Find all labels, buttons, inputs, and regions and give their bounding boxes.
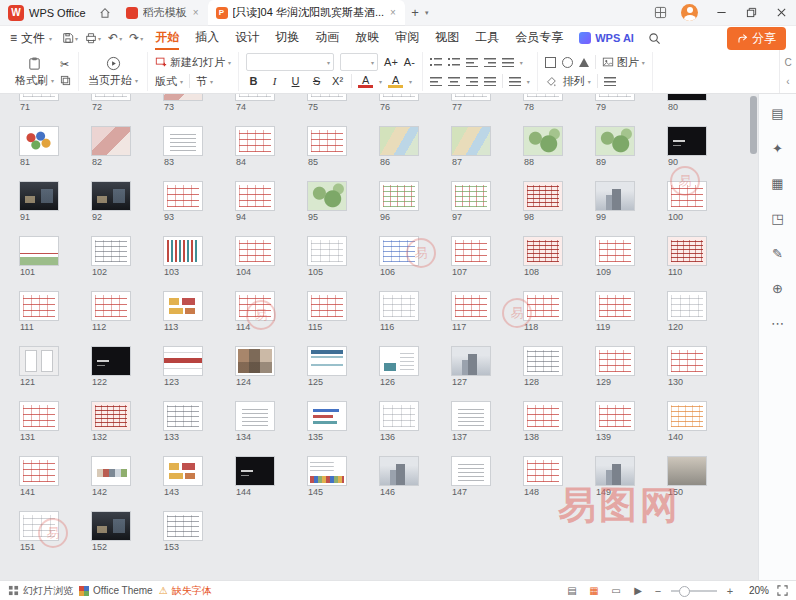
text-direction-button[interactable] xyxy=(509,76,521,86)
slide-thumbnail[interactable] xyxy=(596,94,634,100)
tab-document[interactable]: P [只读]04 华润沈阳凯宾斯基酒... × xyxy=(208,0,405,26)
slide-thumbnail[interactable] xyxy=(524,94,562,100)
slide-thumbnail[interactable] xyxy=(164,94,202,100)
align-center-button[interactable] xyxy=(448,76,460,86)
slide-thumbnail[interactable] xyxy=(92,237,130,265)
slide-thumbnail[interactable] xyxy=(92,182,130,210)
print-button[interactable]: ▾ xyxy=(85,32,101,44)
menu-item-8[interactable]: 工具 xyxy=(475,26,499,50)
alignment-caret-icon[interactable]: ▾ xyxy=(527,78,530,85)
menu-item-1[interactable]: 插入 xyxy=(195,26,219,50)
slide-thumbnail[interactable] xyxy=(596,237,634,265)
format-options-button[interactable] xyxy=(604,76,616,86)
slide-thumbnail[interactable] xyxy=(596,127,634,155)
menu-item-6[interactable]: 审阅 xyxy=(395,26,419,50)
justify-button[interactable] xyxy=(484,76,496,86)
menu-item-2[interactable]: 设计 xyxy=(235,26,259,50)
slide-thumbnail[interactable] xyxy=(668,457,706,485)
slide-thumbnail[interactable] xyxy=(380,182,418,210)
font-size-select[interactable]: ▾ xyxy=(340,53,378,71)
missing-fonts-warning[interactable]: ⚠ 缺失字体 xyxy=(159,584,212,598)
slide-thumbnail[interactable] xyxy=(308,127,346,155)
share-button[interactable]: 分享 xyxy=(727,27,786,50)
new-slide-button[interactable]: 新建幻灯片▾ xyxy=(155,55,231,70)
play-from-current-button[interactable]: 当页开始▾ xyxy=(86,56,140,88)
slide-thumbnail[interactable] xyxy=(20,292,58,320)
slide-thumbnail[interactable] xyxy=(668,182,706,210)
paragraph-caret-icon[interactable]: ▾ xyxy=(520,59,523,66)
slide-thumbnail[interactable] xyxy=(164,237,202,265)
slide-thumbnail[interactable] xyxy=(596,292,634,320)
slide-thumbnail[interactable] xyxy=(596,347,634,375)
superscript-button[interactable]: X² xyxy=(330,75,345,87)
slide-thumbnail[interactable] xyxy=(308,237,346,265)
font-color-button[interactable]: A xyxy=(358,75,373,88)
search-icon[interactable] xyxy=(648,32,661,45)
slide-thumbnail[interactable] xyxy=(380,237,418,265)
slide-thumbnail[interactable] xyxy=(236,402,274,430)
slide-thumbnail[interactable] xyxy=(308,402,346,430)
slide-thumbnail[interactable] xyxy=(596,457,634,485)
slide-thumbnail[interactable] xyxy=(20,457,58,485)
slide-thumbnail[interactable] xyxy=(308,457,346,485)
slide-thumbnail[interactable] xyxy=(668,347,706,375)
minimize-button[interactable] xyxy=(706,0,736,26)
slide-thumbnail[interactable] xyxy=(452,402,490,430)
insert-picture-button[interactable]: 图片▾ xyxy=(602,55,645,70)
font-name-select[interactable]: ▾ xyxy=(246,53,334,71)
gallery-icon[interactable]: ◳ xyxy=(767,207,789,229)
underline-button[interactable]: U xyxy=(288,75,303,87)
user-avatar[interactable] xyxy=(681,4,698,21)
slide-thumbnail[interactable] xyxy=(92,94,130,100)
zoom-out-button[interactable]: − xyxy=(653,585,663,597)
ribbon-collapse-strip[interactable]: C ‹ xyxy=(779,50,796,93)
slide-thumbnail[interactable] xyxy=(92,347,130,375)
wps-ai-button[interactable]: WPS AI xyxy=(579,32,634,44)
slide-thumbnail[interactable] xyxy=(380,457,418,485)
slide-thumbnail[interactable] xyxy=(452,237,490,265)
align-left-button[interactable] xyxy=(430,76,442,86)
slide-thumbnail[interactable] xyxy=(92,402,130,430)
decrease-font-button[interactable]: A- xyxy=(404,56,415,68)
scrollbar-thumb[interactable] xyxy=(750,96,757,154)
fit-to-window-icon[interactable] xyxy=(777,585,788,596)
slide-thumbnail[interactable] xyxy=(236,292,274,320)
menu-item-0[interactable]: 开始 xyxy=(155,26,179,50)
slide-thumbnail[interactable] xyxy=(92,292,130,320)
slide-thumbnail[interactable] xyxy=(164,512,202,540)
slide-thumbnail[interactable] xyxy=(380,94,418,100)
line-spacing-button[interactable] xyxy=(502,57,514,67)
zoom-slider[interactable] xyxy=(671,590,717,592)
slide-thumbnail[interactable] xyxy=(164,182,202,210)
slide-thumbnail[interactable] xyxy=(452,182,490,210)
highlight-color-button[interactable]: A xyxy=(388,75,403,88)
zoom-slider-handle[interactable] xyxy=(679,586,690,597)
layout-icon[interactable]: ▦ xyxy=(767,172,789,194)
slide-thumbnail[interactable] xyxy=(524,347,562,375)
slide-thumbnail[interactable] xyxy=(596,182,634,210)
slide-thumbnail[interactable] xyxy=(236,182,274,210)
shape-rectangle-icon[interactable] xyxy=(545,57,556,68)
edit-icon[interactable]: ✎ xyxy=(767,242,789,264)
vertical-scrollbar[interactable] xyxy=(750,96,757,578)
slide-thumbnail[interactable] xyxy=(236,237,274,265)
fill-color-icon[interactable] xyxy=(545,75,557,87)
reading-view-button[interactable]: ▭ xyxy=(609,585,623,597)
menu-item-5[interactable]: 放映 xyxy=(355,26,379,50)
window-layout-icon[interactable] xyxy=(651,4,669,22)
new-tab-button[interactable]: + xyxy=(405,3,425,23)
highlight-caret-icon[interactable]: ▾ xyxy=(409,78,412,85)
bullet-list-button[interactable] xyxy=(430,57,442,67)
menu-item-7[interactable]: 视图 xyxy=(435,26,459,50)
slide-thumbnail[interactable] xyxy=(20,402,58,430)
slide-thumbnail[interactable] xyxy=(452,292,490,320)
slide-thumbnail[interactable] xyxy=(20,94,58,100)
strikethrough-button[interactable]: S xyxy=(309,75,324,87)
italic-button[interactable]: I xyxy=(267,75,282,87)
numbered-list-button[interactable] xyxy=(448,57,460,67)
slide-thumbnail[interactable] xyxy=(452,94,490,100)
slide-thumbnail[interactable] xyxy=(524,127,562,155)
cut-button[interactable]: ✂ xyxy=(60,58,71,71)
slide-thumbnail[interactable] xyxy=(92,512,130,540)
slide-thumbnail[interactable] xyxy=(380,292,418,320)
